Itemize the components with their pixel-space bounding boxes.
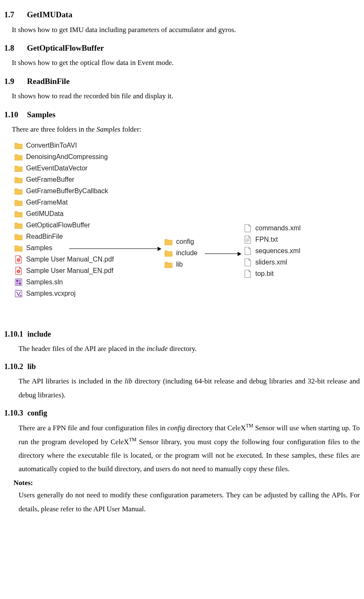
heading-number: 1.8	[4, 43, 19, 54]
file-label: commands.xml	[255, 224, 301, 233]
file-label: config	[176, 237, 194, 246]
file-label: GetFrameBufferByCallback	[26, 186, 108, 196]
file-label: GetOpticalFlowBuffer	[26, 221, 90, 230]
sln-icon	[14, 278, 23, 286]
file-icon	[244, 247, 252, 255]
pdf-icon	[14, 255, 23, 264]
heading-title: GetOpticalFlowBuffer	[27, 43, 104, 54]
file-label: GetEventDataVector	[26, 164, 88, 173]
file-label: Sample User Manual_CN.pdf	[26, 255, 114, 264]
folder-icon	[14, 221, 23, 229]
folder-icon	[14, 232, 23, 241]
heading-title: include	[27, 329, 51, 340]
file-label: GetFrameMat	[26, 198, 68, 207]
file-item: Samples.vcxproj	[14, 288, 114, 300]
body-1-10-2: The API libraries is included in the lib…	[19, 375, 360, 402]
file-item: Sample User Manual_CN.pdf	[14, 254, 114, 265]
file-item: GetEventDataVector	[14, 163, 114, 174]
file-label: lib	[176, 260, 183, 269]
body-1-10: There are three folders in the Samples f…	[12, 123, 360, 136]
file-item: GetFrameBufferByCallback	[14, 186, 114, 197]
folder-icon	[14, 187, 23, 195]
pdf-icon	[14, 267, 23, 275]
folder-icon	[164, 237, 173, 246]
file-label: sequences.xml	[255, 246, 300, 256]
heading-1-10-1: 1.10.1 include	[4, 329, 360, 340]
file-item: ReadBinFile	[14, 231, 114, 243]
body-1-7: It shows how to get IMU data including p…	[12, 23, 360, 37]
file-item: commands.xml	[244, 223, 301, 234]
file-item: sliders.xml	[244, 257, 301, 268]
file-item: ConvertBinToAVI	[14, 140, 114, 151]
file-item: GetIMUData	[14, 208, 114, 220]
file-label: sliders.xml	[255, 258, 287, 267]
heading-number: 1.10.1	[4, 329, 23, 340]
file-label: include	[176, 248, 198, 258]
heading-title: ReadBinFile	[27, 76, 70, 87]
notes-body: Users generally do not need to modify th…	[19, 488, 360, 516]
folder-icon	[14, 141, 23, 150]
file-item: Samples.sln	[14, 277, 114, 288]
heading-1-7: 1.7 GetIMUData	[4, 9, 360, 21]
heading-title: GetIMUData	[27, 9, 72, 21]
file-item: DenoisingAndCompressing	[14, 151, 114, 163]
arrow-icon	[205, 254, 241, 254]
heading-title: lib	[27, 362, 36, 372]
folder-icon	[164, 249, 173, 257]
file-label: GetFrameBuffer	[26, 175, 74, 184]
file-label: FPN.txt	[255, 235, 278, 244]
file-item: lib	[164, 259, 198, 270]
file-label: ReadBinFile	[26, 232, 63, 241]
file-icon	[244, 270, 252, 278]
heading-number: 1.9	[4, 76, 19, 87]
file-label: DenoisingAndCompressing	[26, 152, 108, 162]
file-label: top.bit	[255, 269, 274, 278]
folder-icon	[14, 244, 23, 252]
file-item: GetOpticalFlowBuffer	[14, 220, 114, 231]
heading-1-10: 1.10 Samples	[4, 109, 360, 121]
file-label: Samples	[26, 243, 52, 253]
diagram-col-root: ConvertBinToAVIDenoisingAndCompressingGe…	[14, 140, 114, 300]
heading-number: 1.10	[4, 109, 19, 121]
heading-1-10-2: 1.10.2 lib	[4, 362, 360, 372]
file-label: Samples.vcxproj	[26, 289, 75, 298]
body-1-8: It shows how to get the optical flow dat…	[12, 56, 360, 70]
body-1-10-1: The header files of the API are placed i…	[19, 342, 360, 356]
file-item: GetFrameMat	[14, 197, 114, 208]
file-item: config	[164, 236, 198, 248]
vcxproj-icon	[14, 289, 23, 298]
folder-diagram: ConvertBinToAVIDenoisingAndCompressingGe…	[14, 140, 360, 321]
notes-label: Notes:	[13, 478, 360, 488]
folder-icon	[164, 260, 173, 269]
file-item: GetFrameBuffer	[14, 174, 114, 186]
folder-icon	[14, 198, 23, 207]
heading-number: 1.10.2	[4, 362, 23, 372]
file-item: Sample User Manual_EN.pdf	[14, 265, 114, 277]
heading-1-9: 1.9 ReadBinFile	[4, 76, 360, 87]
folder-icon	[14, 175, 23, 184]
diagram-col-config: commands.xmlFPN.txtsequences.xmlsliders.…	[244, 223, 301, 280]
arrow-icon	[69, 248, 161, 249]
file-item: top.bit	[244, 268, 301, 280]
body-1-10-3: There are a FPN file and four configurat…	[19, 421, 360, 476]
heading-1-8: 1.8 GetOpticalFlowBuffer	[4, 43, 360, 54]
folder-icon	[14, 153, 23, 161]
file-label: GetIMUData	[26, 209, 64, 219]
file-label: Samples.sln	[26, 278, 63, 287]
heading-1-10-3: 1.10.3 config	[4, 408, 360, 418]
file-label: Sample User Manual_EN.pdf	[26, 266, 113, 275]
heading-number: 1.7	[4, 9, 19, 21]
diagram-col-samples: configincludelib	[164, 236, 198, 270]
file-icon	[244, 224, 252, 232]
file-item: FPN.txt	[244, 234, 301, 246]
folder-icon	[14, 210, 23, 218]
txt-icon	[244, 235, 252, 244]
file-item: sequences.xml	[244, 246, 301, 257]
file-item: include	[164, 248, 198, 259]
body-1-9: It shows how to read the recorded bin fi…	[12, 89, 360, 103]
folder-icon	[14, 164, 23, 173]
file-icon	[244, 258, 252, 267]
heading-number: 1.10.3	[4, 408, 23, 418]
heading-title: Samples	[27, 109, 56, 121]
heading-title: config	[27, 408, 47, 418]
